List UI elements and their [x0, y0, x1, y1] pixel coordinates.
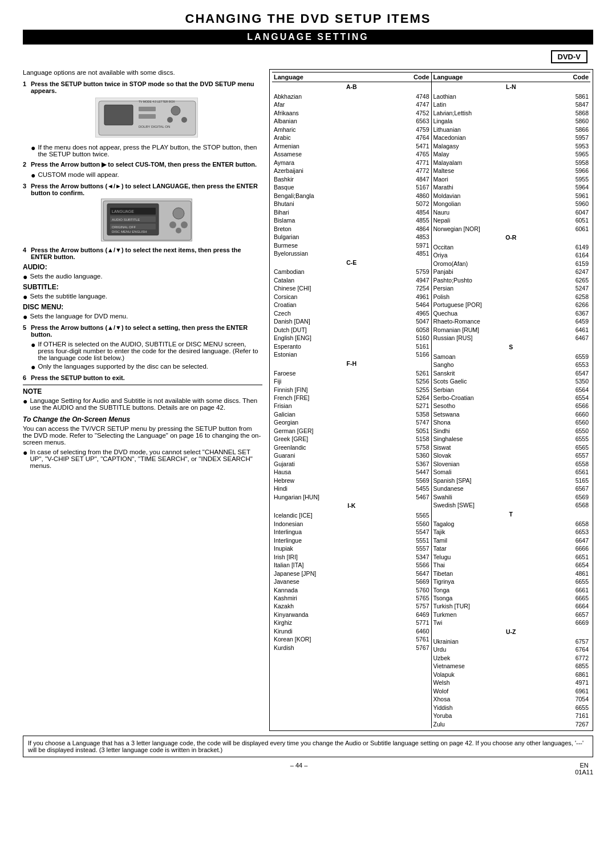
section-s: S [432, 342, 591, 353]
lang-ukrainian: Ukrainian6757 [432, 637, 591, 645]
lang-quechua: Quechua6367 [432, 309, 591, 317]
lang-tamil: Tamil6647 [432, 536, 591, 544]
bullet-dot-1: ● [31, 144, 35, 152]
lang-vietnamese: Vietnamese6855 [432, 662, 591, 670]
subtitle-bullet-text: Sets the subtitle language. [30, 293, 107, 300]
lang-header-name-left: Language [272, 74, 414, 80]
step-6-text: Press the SETUP button to exit. [31, 374, 125, 381]
lang-col-left-header: Language Code [272, 72, 431, 82]
step-5: 5 Press the Arrow buttons (▲/▼) to selec… [23, 324, 262, 338]
lang-finnish: Finnish [FIN]5255 [272, 386, 431, 394]
svg-rect-1 [104, 105, 133, 125]
step-5-number: 5 [23, 324, 31, 338]
bullet-dot-change: ● [23, 449, 27, 457]
change-text: You can access the TV/VCR SETUP menu by … [23, 425, 262, 446]
left-column: Language options are not available with … [23, 69, 262, 731]
lang-somali: Somali6561 [432, 468, 591, 476]
lang-azerbaijani: Azerbaijani4772 [272, 167, 431, 175]
step-1-bullet: ● If the menu does not appear, press the… [31, 144, 262, 158]
svg-rect-2 [139, 107, 156, 111]
lang-col-left: Language Code A-B Abkhazian4748 Afar4747… [272, 72, 431, 728]
lang-greenlandic: Greenlandic5758 [272, 443, 431, 451]
lang-kurdish: Kurdish5767 [272, 644, 431, 652]
lang-latin: Latin5847 [432, 100, 591, 108]
lang-maltese: Maltese5966 [432, 167, 591, 175]
svg-point-20 [181, 221, 188, 228]
lang-tajik: Tajik6653 [432, 528, 591, 536]
lang-nauru: Nauru6047 [432, 208, 591, 216]
device-image-1: DOLBY DIGITAL ON TV MODE 4:3 LETTER BOX [95, 98, 198, 138]
lang-swahili: Swahili6569 [432, 493, 591, 501]
lang-sesotho: Sesotho6566 [432, 402, 591, 410]
step-2-bullet: ● CUSTOM mode will appear. [31, 171, 262, 179]
lang-armenian: Armenian5471 [272, 142, 431, 150]
lang-dutch: Dutch [DUT]6058 [272, 326, 431, 334]
lang-bhutani: Bhutani5072 [272, 200, 431, 208]
audio-bullet: ● Sets the audio language. [23, 273, 262, 281]
change-bullet: ● In case of selecting from the DVD mode… [23, 449, 262, 469]
lang-thai: Thai6654 [432, 561, 591, 569]
lang-norwegian: Norwegian [NOR]6061 [432, 225, 591, 233]
lang-header-name-right: Language [432, 74, 573, 80]
lang-kirundi: Kirundi6460 [272, 627, 431, 635]
lang-hebrew: Hebrew5569 [272, 476, 431, 484]
lang-italian: Italian [ITA]5566 [272, 561, 431, 569]
step-6-content: Press the SETUP button to exit. [31, 374, 262, 381]
lang-breton: Breton4864 [272, 225, 431, 233]
step-4: 4 Press the Arrow buttons (▲/▼) to selec… [23, 247, 262, 260]
section-fh: F-H [272, 359, 431, 369]
step-2-content: Press the Arrow button ▶ to select CUS-T… [31, 161, 262, 168]
lang-hausa: Hausa5447 [272, 468, 431, 476]
lang-yoruba: Yoruba7161 [432, 712, 591, 720]
lang-lithuanian: Lithuanian5866 [432, 126, 591, 134]
lang-estonian: Estonian5166 [272, 350, 431, 358]
lang-sanskrit: Sanskrit6547 [432, 369, 591, 377]
lang-frisian: Frisian5271 [272, 402, 431, 410]
lang-sindhi: Sindhi6550 [432, 427, 591, 435]
disc-menu-label: DISC MENU: [23, 303, 262, 311]
lang-sangho: Sangho6553 [432, 361, 591, 369]
step-3-number: 3 [23, 183, 31, 244]
lang-kazakh: Kazakh5757 [272, 602, 431, 610]
step-2-number: 2 [23, 161, 31, 168]
lang-chinese: Chinese [CHI]7254 [272, 284, 431, 292]
lang-moldavian: Moldavian5961 [432, 192, 591, 200]
lang-welsh: Welsh4971 [432, 679, 591, 686]
step-4-text: Press the Arrow buttons (▲/▼) to select … [31, 247, 241, 260]
lang-hindi: Hindi5455 [272, 484, 431, 492]
lang-setswana: Setswana6660 [432, 410, 591, 418]
bullet-dot-note: ● [23, 397, 27, 405]
lang-wolof: Wolof6961 [432, 687, 591, 695]
en-label: EN 01A11 [575, 762, 593, 776]
lang-galician: Galician5358 [272, 410, 431, 418]
lang-header-code-left: Code [414, 74, 431, 80]
lang-spanish: Spanish [SPA]5165 [432, 476, 591, 484]
lang-basque: Basque5167 [272, 183, 431, 191]
svg-point-18 [173, 208, 184, 219]
section-title: LANGUAGE SETTING [23, 30, 593, 45]
change-bullet-text: In case of selecting from the DVD mode, … [30, 449, 262, 469]
lang-afar: Afar4747 [272, 100, 431, 108]
lang-corsican: Corsican4961 [272, 293, 431, 301]
lang-arabic: Arabic4764 [272, 134, 431, 142]
lang-serbo-croatian: Serbo-Croatian6554 [432, 394, 591, 402]
step-5-bullet-1: ● If OTHER is selected on the AUDIO, SUB… [31, 341, 262, 361]
lang-afrikaans: Afrikaans4752 [272, 109, 431, 117]
lang-turkmen: Turkmen6657 [432, 611, 591, 619]
lang-bengali: Bengali;Bangla4860 [272, 192, 431, 200]
lang-pashto: Pashto;Pushto6265 [432, 276, 591, 284]
lang-abkhazian: Abkhazian4748 [272, 92, 431, 100]
lang-samoan: Samoan6559 [432, 353, 591, 361]
lang-panjabi: Panjabi6247 [432, 268, 591, 276]
step-2: 2 Press the Arrow button ▶ to select CUS… [23, 161, 262, 168]
lang-danish: Danish [DAN]5047 [272, 317, 431, 325]
lang-malay: Malay5965 [432, 150, 591, 158]
lang-greek: Greek [GRE]5158 [272, 435, 431, 443]
lang-croatian: Croatian5464 [272, 301, 431, 309]
lang-turkish: Turkish [TUR]6664 [432, 602, 591, 610]
lang-aymara: Aymara4771 [272, 159, 431, 167]
lang-bulgarian: Bulgarian4853 [272, 233, 431, 241]
lang-hungarian: Hungarian [HUN]5467 [272, 493, 431, 501]
step-3-text: Press the Arrow buttons (◄/►) to select … [31, 183, 258, 196]
bullet-dot-audio: ● [23, 273, 27, 281]
